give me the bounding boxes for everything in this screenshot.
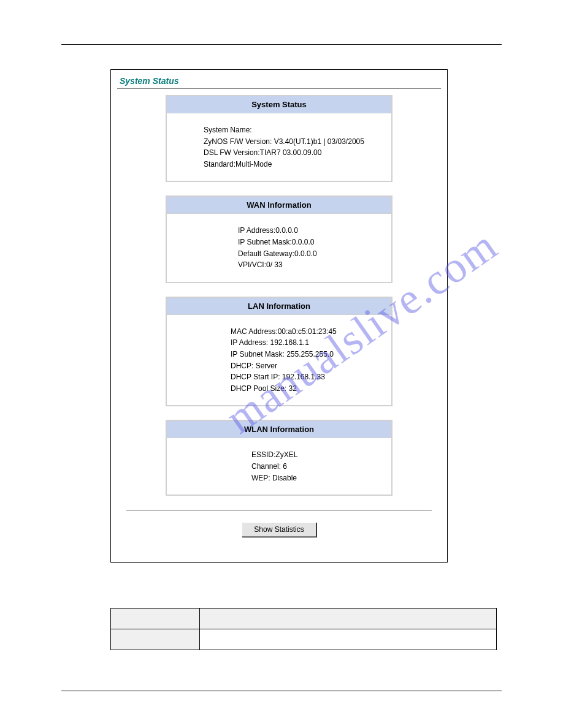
lan-line: DHCP Pool Size: 32 [231,383,385,395]
show-statistics-button[interactable]: Show Statistics [242,522,316,537]
system-line: ZyNOS F/W Version: V3.40(UT.1)b1 | 03/03… [204,136,385,148]
wlan-info-box: WLAN Information ESSID:ZyXEL Channel: 6 … [166,420,393,496]
system-line: System Name: [204,124,385,136]
wlan-line: Channel: 6 [251,461,385,472]
wlan-line: ESSID:ZyXEL [251,449,385,461]
description-table [110,608,497,650]
wan-line: VPI/VCI:0/ 33 [238,259,385,271]
system-status-body: System Name: ZyNOS F/W Version: V3.40(UT… [167,113,391,181]
lan-line: DHCP Start IP: 192.168.1.33 [231,371,385,383]
wlan-info-body: ESSID:ZyXEL Channel: 6 WEP: Disable [167,438,391,495]
wan-info-header: WAN Information [167,197,391,214]
bottom-rule [126,510,432,511]
table-cell [200,629,497,650]
wan-info-box: WAN Information IP Address:0.0.0.0 IP Su… [166,195,393,282]
wan-info-body: IP Address:0.0.0.0 IP Subnet Mask:0.0.0.… [167,214,391,281]
wan-line: Default Gateway:0.0.0.0 [238,248,385,260]
wlan-info-header: WLAN Information [167,421,391,438]
system-status-panel: System Status System Status System Name:… [110,69,448,563]
page-rule-bottom [61,691,502,691]
table-cell [111,629,200,650]
system-status-header: System Status [167,96,391,113]
lan-info-header: LAN Information [167,298,391,315]
lan-info-body: MAC Address:00:a0:c5:01:23:45 IP Address… [167,315,391,406]
lan-line: MAC Address:00:a0:c5:01:23:45 [231,326,385,338]
table-cell [111,609,200,629]
system-line: Standard:Multi-Mode [204,159,385,170]
table-cell [200,609,497,629]
wan-line: IP Address:0.0.0.0 [238,225,385,237]
panel-title-rule [117,88,441,89]
lan-line: IP Subnet Mask: 255.255.255.0 [231,349,385,360]
panel-title: System Status [117,75,441,88]
wlan-line: WEP: Disable [251,472,385,484]
system-line: DSL FW Version:TIAR7 03.00.09.00 [204,147,385,159]
page-rule-top [61,44,502,45]
table-row [111,609,497,629]
wan-line: IP Subnet Mask:0.0.0.0 [238,237,385,248]
lan-info-box: LAN Information MAC Address:00:a0:c5:01:… [166,297,393,407]
system-status-box: System Status System Name: ZyNOS F/W Ver… [166,95,393,182]
table-row [111,629,497,650]
lan-line: IP Address: 192.168.1.1 [231,337,385,349]
lan-line: DHCP: Server [231,360,385,372]
